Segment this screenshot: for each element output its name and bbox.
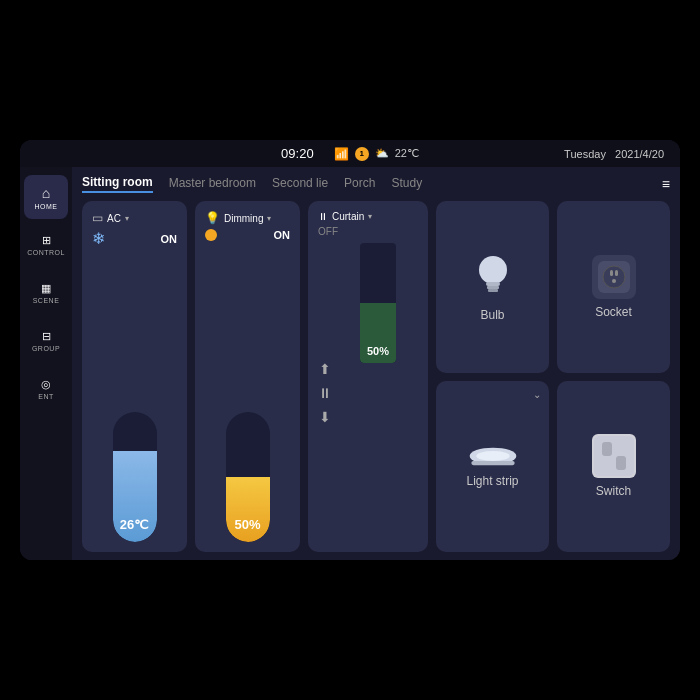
date-info: Tuesday 2021/4/20 xyxy=(564,148,664,160)
ac-chevron-icon: ▾ xyxy=(125,214,129,223)
dimming-name: Dimming xyxy=(224,213,263,224)
ac-icon: ▭ xyxy=(92,211,103,225)
curtain-visual: ⬆ ⏸ ⬇ 50% xyxy=(318,243,418,542)
room-tabs: Sitting room Master bedroom Second lie P… xyxy=(82,175,670,193)
sidebar-label-home: HOME xyxy=(35,203,58,210)
ac-mode-icon: ❄ xyxy=(92,229,105,248)
dimming-card[interactable]: 💡 Dimming ▾ ON 50% xyxy=(195,201,300,552)
dimming-status-row: ON xyxy=(205,229,290,241)
curtain-name: Curtain xyxy=(332,211,364,222)
expand-icon: ⌄ xyxy=(533,389,541,400)
tab-sitting-room[interactable]: Sitting room xyxy=(82,175,153,193)
home-icon: ⌂ xyxy=(42,185,50,201)
curtain-value: 50% xyxy=(360,345,396,357)
socket-icon xyxy=(592,255,636,299)
curtain-status: OFF xyxy=(318,226,418,237)
ac-slider[interactable]: 26℃ xyxy=(92,252,177,542)
clock-time: 09:20 xyxy=(281,146,314,161)
sidebar-item-scene[interactable]: ▦ SCENE xyxy=(24,271,68,315)
status-icons: 📶 1 ⛅ 22℃ xyxy=(334,147,419,161)
ent-icon: ◎ xyxy=(41,378,51,391)
ac-slider-track: 26℃ xyxy=(113,412,157,542)
svg-point-10 xyxy=(476,451,509,461)
ac-status: ON xyxy=(161,233,178,245)
dimming-value: 50% xyxy=(226,517,270,532)
dimming-status: ON xyxy=(274,229,291,241)
socket-card[interactable]: Socket xyxy=(557,201,670,373)
bulb-card[interactable]: Bulb xyxy=(436,201,549,373)
svg-rect-2 xyxy=(487,286,499,289)
main-area: ⌂ HOME ⊞ CONTROL ▦ SCENE ⊟ GROUP ◎ ENT xyxy=(20,167,680,560)
curtain-up-icon[interactable]: ⬆ xyxy=(319,361,331,377)
ac-name: AC xyxy=(107,213,121,224)
tab-study[interactable]: Study xyxy=(391,176,422,192)
dimming-card-header: 💡 Dimming ▾ xyxy=(205,211,290,225)
sidebar-label-scene: SCENE xyxy=(33,297,60,304)
sidebar-item-control[interactable]: ⊞ CONTROL xyxy=(24,223,68,267)
temperature: 22℃ xyxy=(395,147,419,160)
cards-grid: ▭ AC ▾ ❄ ON 26℃ xyxy=(82,201,670,552)
dimming-dot xyxy=(205,229,217,241)
ac-card[interactable]: ▭ AC ▾ ❄ ON 26℃ xyxy=(82,201,187,552)
curtain-controls: ⬆ ⏸ ⬇ xyxy=(318,243,332,542)
bulb-icon xyxy=(468,252,518,302)
sidebar-label-ent: ENT xyxy=(38,393,54,400)
svg-point-8 xyxy=(612,279,616,283)
svg-rect-12 xyxy=(594,436,634,476)
svg-rect-6 xyxy=(610,270,613,276)
curtain-header: ⏸ Curtain ▾ xyxy=(318,211,418,222)
dimming-slider-track: 50% xyxy=(226,412,270,542)
curtain-slider[interactable]: 50% xyxy=(338,243,418,542)
curtain-down-icon[interactable]: ⬇ xyxy=(319,409,331,425)
sidebar-item-ent[interactable]: ◎ ENT xyxy=(24,367,68,411)
svg-rect-1 xyxy=(486,282,500,286)
weather-icon: ⛅ xyxy=(375,147,389,160)
control-icon: ⊞ xyxy=(42,234,51,247)
tab-master-bedroom[interactable]: Master bedroom xyxy=(169,176,256,192)
curtain-chevron-icon: ▾ xyxy=(368,212,372,221)
pause-icon: ⏸ xyxy=(318,211,328,222)
day-of-week: Tuesday xyxy=(564,148,606,160)
dimming-slider[interactable]: 50% xyxy=(205,245,290,542)
sidebar-label-group: GROUP xyxy=(32,345,60,352)
status-bar: 09:20 📶 1 ⛅ 22℃ Tuesday 2021/4/20 xyxy=(20,140,680,167)
curtain-track: 50% xyxy=(360,243,396,363)
switch-label: Switch xyxy=(596,484,631,498)
date: 2021/4/20 xyxy=(615,148,664,160)
tab-porch[interactable]: Porch xyxy=(344,176,375,192)
ac-value: 26℃ xyxy=(113,517,157,532)
svg-rect-3 xyxy=(488,289,498,292)
dimming-slider-fill xyxy=(226,477,270,542)
svg-point-0 xyxy=(479,256,507,284)
ac-status-row: ❄ ON xyxy=(92,229,177,248)
svg-rect-14 xyxy=(616,456,626,470)
sidebar-item-home[interactable]: ⌂ HOME xyxy=(24,175,68,219)
sidebar-label-control: CONTROL xyxy=(27,249,65,256)
sidebar-item-group[interactable]: ⊟ GROUP xyxy=(24,319,68,363)
group-icon: ⊟ xyxy=(42,330,51,343)
svg-point-5 xyxy=(603,266,625,288)
sidebar: ⌂ HOME ⊞ CONTROL ▦ SCENE ⊟ GROUP ◎ ENT xyxy=(20,167,72,560)
socket-label: Socket xyxy=(595,305,632,319)
bulb-small-icon: 💡 xyxy=(205,211,220,225)
notification-badge: 1 xyxy=(355,147,369,161)
switch-icon xyxy=(592,434,636,478)
light-strip-label: Light strip xyxy=(466,474,518,488)
svg-rect-11 xyxy=(471,461,514,465)
tab-second-lie[interactable]: Second lie xyxy=(272,176,328,192)
room-menu-icon[interactable]: ≡ xyxy=(662,176,670,192)
device-frame: 09:20 📶 1 ⛅ 22℃ Tuesday 2021/4/20 ⌂ HOME… xyxy=(20,140,680,560)
switch-card[interactable]: Switch xyxy=(557,381,670,553)
svg-rect-7 xyxy=(615,270,618,276)
bulb-label: Bulb xyxy=(480,308,504,322)
dimming-chevron-icon: ▾ xyxy=(267,214,271,223)
curtain-card[interactable]: ⏸ Curtain ▾ OFF ⬆ ⏸ ⬇ xyxy=(308,201,428,552)
ac-card-header: ▭ AC ▾ xyxy=(92,211,177,225)
wifi-icon: 📶 xyxy=(334,147,349,161)
scene-icon: ▦ xyxy=(41,282,51,295)
curtain-pause-icon[interactable]: ⏸ xyxy=(318,385,332,401)
svg-rect-13 xyxy=(602,442,612,456)
light-strip-card[interactable]: ⌄ Light strip xyxy=(436,381,549,553)
right-grid: Bulb Socket xyxy=(436,201,670,552)
content-area: Sitting room Master bedroom Second lie P… xyxy=(72,167,680,560)
